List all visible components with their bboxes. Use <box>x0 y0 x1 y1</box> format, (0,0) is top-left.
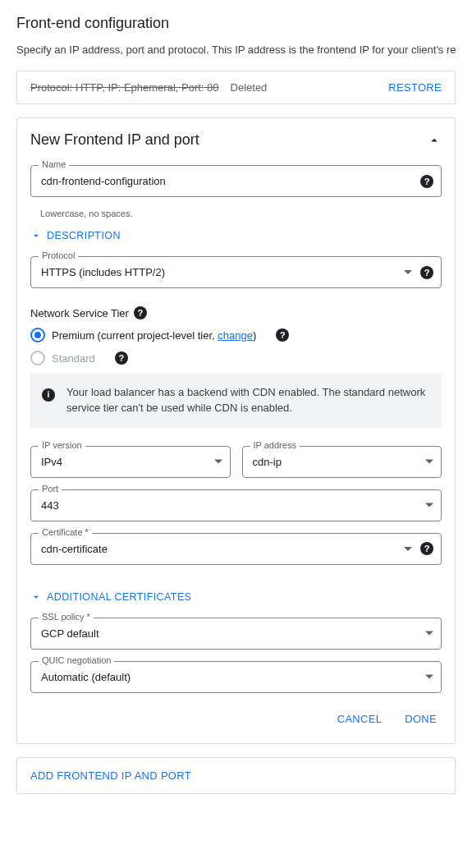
ipversion-field-wrap: IP version IPv4 <box>30 446 231 478</box>
ipversion-label: IP version <box>39 440 85 450</box>
change-tier-link[interactable]: change <box>218 329 253 342</box>
help-icon[interactable]: ? <box>276 328 289 342</box>
panel-title: New Frontend IP and port <box>30 131 199 149</box>
quic-select[interactable]: Automatic (default) <box>30 661 442 693</box>
certificate-label: Certificate * <box>39 527 92 537</box>
help-icon[interactable]: ? <box>420 175 433 188</box>
dropdown-icon <box>425 503 433 507</box>
quic-label: QUIC negotiation <box>39 655 114 665</box>
protocol-field-wrap: Protocol HTTPS (includes HTTP/2) ? <box>30 256 442 288</box>
cancel-button[interactable]: CANCEL <box>337 713 383 725</box>
frontend-config-panel: New Frontend IP and port Name cdn-fronte… <box>16 117 456 744</box>
dropdown-icon <box>214 460 222 464</box>
help-icon[interactable]: ? <box>420 266 433 279</box>
sslpolicy-label: SSL policy * <box>39 612 94 622</box>
dropdown-icon <box>425 460 433 464</box>
info-icon: i <box>42 388 55 402</box>
chevron-up-icon[interactable] <box>427 133 442 148</box>
chevron-down-icon <box>30 230 42 241</box>
done-button[interactable]: DONE <box>405 713 437 725</box>
dropdown-icon <box>404 270 412 274</box>
cdn-notice: i Your load balancer has a backend with … <box>30 374 442 428</box>
name-input[interactable]: cdn-frontend-configuration <box>30 165 442 197</box>
name-field-wrap: Name cdn-frontend-configuration ? <box>30 165 442 197</box>
certificate-field-wrap: Certificate * cdn-certificate ? <box>30 533 442 565</box>
add-frontend-card: ADD FRONTEND IP AND PORT <box>16 757 456 794</box>
ssl-policy-select[interactable]: GCP default <box>30 618 442 650</box>
ipaddress-field-wrap: IP address cdn-ip <box>242 446 442 478</box>
add-frontend-button[interactable]: ADD FRONTEND IP AND PORT <box>30 769 191 782</box>
deleted-status: Deleted <box>231 81 378 94</box>
port-select[interactable]: 443 <box>30 489 442 521</box>
port-field-wrap: Port 443 <box>30 489 442 521</box>
help-icon[interactable]: ? <box>420 542 433 555</box>
dropdown-icon <box>425 631 433 636</box>
dropdown-icon <box>404 547 412 551</box>
name-label: Name <box>39 159 69 169</box>
network-tier-label: Network Service Tier ? <box>30 306 442 319</box>
ip-version-select[interactable]: IPv4 <box>30 446 231 478</box>
radio-selected-icon <box>30 328 45 342</box>
dropdown-icon <box>425 675 433 679</box>
chevron-down-icon <box>30 591 42 603</box>
radio-unselected-icon <box>30 351 45 365</box>
panel-header[interactable]: New Frontend IP and port <box>30 131 442 149</box>
certificate-select[interactable]: cdn-certificate <box>30 533 442 565</box>
page-subtitle: Specify an IP address, port and protocol… <box>16 44 456 56</box>
sslpolicy-field-wrap: SSL policy * GCP default <box>30 618 442 650</box>
protocol-select[interactable]: HTTPS (includes HTTP/2) <box>30 256 442 288</box>
ip-address-select[interactable]: cdn-ip <box>242 446 442 478</box>
name-hint: Lowercase, no spaces. <box>40 209 442 218</box>
help-icon[interactable]: ? <box>115 351 128 365</box>
help-icon[interactable]: ? <box>134 306 147 319</box>
radio-premium[interactable]: Premium (current project-level tier, cha… <box>30 328 442 342</box>
ipaddress-label: IP address <box>250 440 300 450</box>
protocol-label: Protocol <box>39 250 78 260</box>
radio-standard: Standard ? <box>30 351 442 365</box>
deleted-summary: Protocol: HTTP, IP: Ephemeral, Port: 80 <box>30 81 219 94</box>
port-label: Port <box>39 484 62 494</box>
page-title: Front-end configuration <box>16 15 456 32</box>
description-expander[interactable]: DESCRIPTION <box>30 230 121 241</box>
panel-actions: CANCEL DONE <box>30 705 442 740</box>
deleted-frontend-row: Protocol: HTTP, IP: Ephemeral, Port: 80 … <box>16 71 456 104</box>
restore-button[interactable]: RESTORE <box>388 81 442 94</box>
additional-certificates-expander[interactable]: ADDITIONAL CERTIFICATES <box>30 591 191 603</box>
quic-field-wrap: QUIC negotiation Automatic (default) <box>30 661 442 693</box>
